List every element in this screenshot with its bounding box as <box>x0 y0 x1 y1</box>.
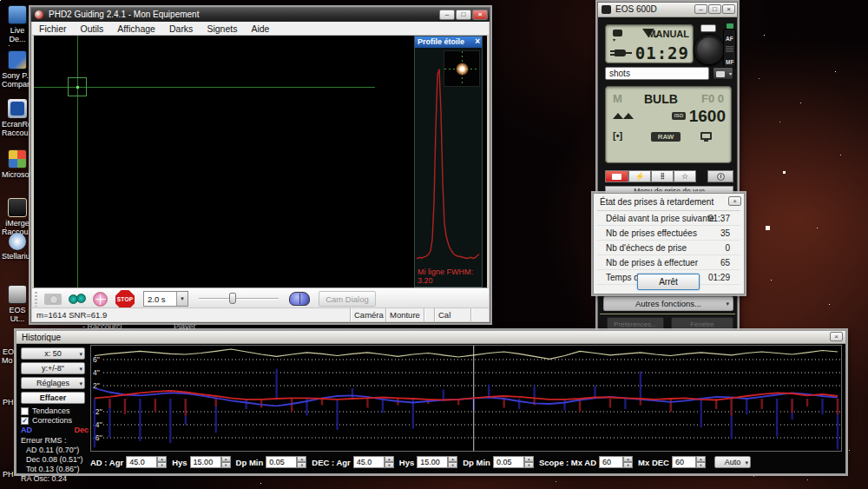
ad-hys-input[interactable] <box>190 456 221 468</box>
eos-minimize-button[interactable]: – <box>694 4 707 14</box>
phd2-maximize-button[interactable]: □ <box>456 10 471 20</box>
camera-connect-icon[interactable] <box>44 294 62 305</box>
x-scale-dropdown[interactable]: x: 50 ▾ <box>21 347 85 360</box>
spin-up-icon[interactable]: ▴ <box>524 456 534 462</box>
timer-readout: 01:29 <box>635 43 689 63</box>
spin-up-icon[interactable]: ▴ <box>221 456 231 462</box>
slider-thumb[interactable] <box>229 293 236 304</box>
phd2-titlebar[interactable]: PHD2 Guiding 2.4.1 - Mon Equipement – □ … <box>31 8 490 22</box>
mode-m[interactable]: M <box>613 92 622 105</box>
star-profile-close-icon[interactable]: × <box>475 36 480 46</box>
quality-raw-badge[interactable]: RAW <box>651 132 681 142</box>
spin-up-icon[interactable]: ▴ <box>623 456 633 462</box>
timer-clock-button[interactable] <box>707 170 733 182</box>
status-cal[interactable]: Cal <box>434 308 470 321</box>
y-scale-dropdown[interactable]: y:+/-8'' ▾ <box>21 362 85 374</box>
arret-button[interactable]: Arrêt <box>637 274 700 290</box>
folder-button[interactable]: ▾ <box>713 67 733 80</box>
shutter-speed[interactable]: BULB <box>644 92 678 106</box>
corrections-checkbox[interactable]: ✓ <box>21 417 29 425</box>
phd2-guide-image[interactable]: Profile étoile × Mi ligne FWHM: 3.20 <box>34 36 487 287</box>
tab-flash[interactable]: ⚡ <box>628 170 651 182</box>
phd2-minimize-button[interactable]: – <box>439 10 455 20</box>
row-value: 35 <box>720 228 730 238</box>
spin-up-icon[interactable]: ▴ <box>696 456 706 462</box>
desktop-icon-stellarium[interactable]: Stellarium <box>2 233 33 261</box>
dec-agr-input[interactable] <box>353 456 385 468</box>
spin-down-icon[interactable]: ▾ <box>524 462 534 468</box>
spin-down-icon[interactable]: ▾ <box>221 462 231 468</box>
menu-fichier[interactable]: Fichier <box>39 23 67 34</box>
mx-dec-input[interactable] <box>672 456 696 468</box>
spin-up-icon[interactable]: ▴ <box>385 456 394 462</box>
dec-dpmin-input[interactable] <box>493 456 524 468</box>
auto-dropdown[interactable]: Auto ▾ <box>714 456 751 468</box>
exposure-value: 2.0 s <box>144 294 176 304</box>
desktop-icon-imerge[interactable]: iMerge Raccou... <box>2 198 33 236</box>
ad-dpmin-input[interactable] <box>266 456 297 468</box>
shots-field[interactable] <box>605 67 709 80</box>
history-titlebar[interactable]: Historique × <box>16 331 845 344</box>
desktop-icon-ecranrou[interactable]: EcranRou Raccou... <box>2 99 33 137</box>
desktop-icon-eos-utility[interactable]: EOS Ut... <box>2 285 33 323</box>
desktop-icon-sony[interactable]: Sony P... Compani... <box>2 50 33 89</box>
spin-down-icon[interactable]: ▾ <box>385 462 394 468</box>
aperture[interactable]: F0 0 <box>701 92 724 105</box>
guiding-loop-icon[interactable] <box>93 292 108 307</box>
ad-agr-input[interactable] <box>126 456 157 468</box>
slider-track <box>199 298 279 300</box>
eos-close-button[interactable]: × <box>722 4 735 14</box>
stop-button[interactable]: STOP <box>115 290 135 309</box>
spin-down-icon[interactable]: ▾ <box>696 462 706 468</box>
brain-settings-icon[interactable] <box>289 292 310 306</box>
reglages-dropdown[interactable]: Réglages ▾ <box>21 377 85 389</box>
desktop-icon-live[interactable]: Live De... <box>2 5 33 43</box>
menu-affichage[interactable]: Affichage <box>117 23 155 34</box>
status-mount[interactable]: Monture <box>385 308 424 321</box>
phd2-app-icon <box>35 10 43 19</box>
mx-ad-input[interactable] <box>599 456 623 468</box>
eos-maximize-button[interactable]: □ <box>708 4 721 14</box>
shutter-knob[interactable] <box>694 34 725 65</box>
menu-aide[interactable]: Aide <box>251 23 269 34</box>
af-label: AF <box>726 36 733 42</box>
autres-fonctions-dropdown[interactable]: Autres fonctions... ▾ <box>603 296 733 311</box>
timer-panel-titlebar[interactable]: État des prises à retardement × <box>594 194 744 209</box>
menu-darks[interactable]: Darks <box>169 23 193 34</box>
spin-down-icon[interactable]: ▾ <box>297 462 306 468</box>
spin-up-icon[interactable]: ▴ <box>297 456 306 462</box>
menu-outils[interactable]: Outils <box>81 23 104 34</box>
background-stars <box>0 0 1 1</box>
af-mf-switch[interactable]: AF MF <box>723 29 736 69</box>
history-close-button[interactable]: × <box>830 332 843 341</box>
menu-signets[interactable]: Signets <box>207 23 237 34</box>
tab-mystar[interactable]: ☆ <box>674 170 696 182</box>
clock-icon <box>717 173 725 181</box>
phd2-close-button[interactable]: × <box>472 10 488 20</box>
desktop-icon-microsoft[interactable]: Microsof... <box>2 149 33 179</box>
effacer-button[interactable]: Effacer <box>21 392 85 404</box>
toolbar-grip[interactable] <box>35 292 37 307</box>
dec-hys-input[interactable] <box>417 456 448 468</box>
tendances-checkbox[interactable] <box>21 407 29 415</box>
eos-titlebar[interactable]: EOS 600D – □ × <box>598 3 737 17</box>
cam-dialog-button[interactable]: Cam Dialog <box>319 291 376 307</box>
iso-value[interactable]: 1600 <box>689 107 726 126</box>
guide-goggles-icon[interactable] <box>69 294 86 304</box>
corrections-label: Corrections <box>32 416 72 425</box>
exposure-dropdown-icon[interactable]: ▾ <box>176 292 187 306</box>
gamma-slider[interactable] <box>199 291 279 307</box>
small-white-button[interactable] <box>700 24 716 32</box>
status-camera[interactable]: Caméra <box>350 308 385 321</box>
spin-down-icon[interactable]: ▾ <box>623 462 633 468</box>
spin-down-icon[interactable]: ▾ <box>157 462 167 468</box>
tab-shooting[interactable] <box>605 170 628 182</box>
live-icon <box>8 5 27 24</box>
dec-hys-label: Hys <box>399 458 414 467</box>
spin-down-icon[interactable]: ▾ <box>448 462 457 468</box>
spin-up-icon[interactable]: ▴ <box>157 456 167 462</box>
spin-up-icon[interactable]: ▴ <box>448 456 457 462</box>
exposure-select[interactable]: 2.0 s ▾ <box>143 291 188 307</box>
tab-setup-tools[interactable]: ⦙⦙ <box>651 170 674 182</box>
timer-panel-close-button[interactable]: × <box>728 196 741 206</box>
